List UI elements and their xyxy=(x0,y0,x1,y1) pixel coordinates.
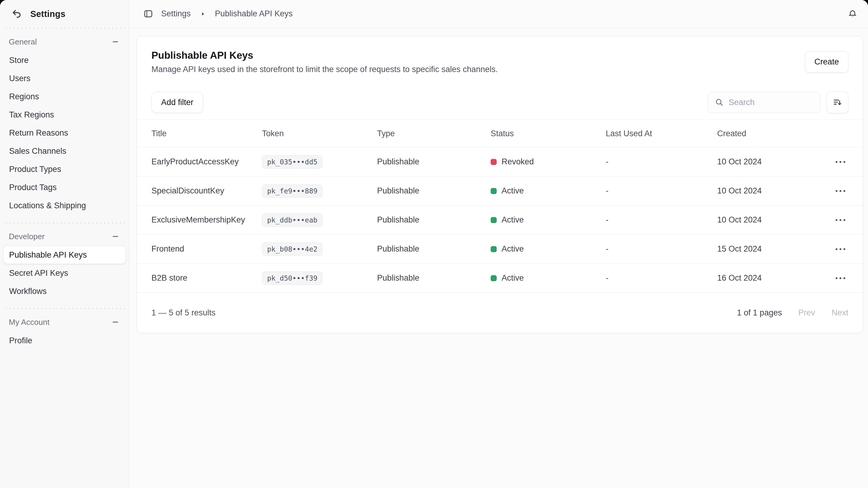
ellipsis-icon xyxy=(836,219,845,221)
cell-title: EarlyProductAccessKey xyxy=(151,157,262,166)
main-area: Settings Publishable API Keys xyxy=(129,0,868,488)
column-header-last-used-at: Last Used At xyxy=(606,129,717,138)
search-box xyxy=(708,92,820,113)
sort-descending-icon xyxy=(833,97,842,107)
section-header-my-account: My Account xyxy=(0,313,129,331)
app-window: Settings General Store Users Regions Tax… xyxy=(0,0,868,488)
sidebar-section-my-account: My Account Profile xyxy=(0,309,129,358)
sidebar-title: Settings xyxy=(30,9,65,19)
collapse-minus-icon[interactable] xyxy=(112,319,119,325)
row-actions-button[interactable] xyxy=(833,187,848,195)
table-row[interactable]: EarlyProductAccessKey pk_035•••dd5 Publi… xyxy=(137,148,863,176)
section-header-developer: Developer xyxy=(0,227,129,246)
toolbar-right-group xyxy=(708,91,848,113)
sidebar-item-product-types[interactable]: Product Types xyxy=(3,160,126,178)
cell-created: 10 Oct 2024 xyxy=(717,186,819,196)
cell-type: Publishable xyxy=(377,273,491,283)
sidebar-item-store[interactable]: Store xyxy=(3,51,126,69)
cell-type: Publishable xyxy=(377,157,491,166)
cell-status: Active xyxy=(491,273,606,283)
sidebar-item-regions[interactable]: Regions xyxy=(3,88,126,106)
collapse-minus-icon[interactable] xyxy=(112,38,119,45)
breadcrumb-current: Publishable API Keys xyxy=(215,9,293,19)
sort-button[interactable] xyxy=(827,91,848,113)
cell-actions xyxy=(819,187,848,195)
cell-title: SpecialDiscountKey xyxy=(151,186,262,196)
row-actions-button[interactable] xyxy=(833,158,848,166)
column-header-type: Type xyxy=(377,129,491,138)
sidebar-item-return-reasons[interactable]: Return Reasons xyxy=(3,124,126,142)
ellipsis-icon xyxy=(836,248,845,250)
prev-page-button[interactable]: Prev xyxy=(798,308,815,318)
breadcrumb-settings[interactable]: Settings xyxy=(161,9,191,19)
cell-actions xyxy=(819,216,848,224)
status-dot xyxy=(491,217,497,223)
notifications-button[interactable] xyxy=(847,9,858,19)
status-dot xyxy=(491,188,497,194)
cell-last-used: - xyxy=(606,157,717,166)
cell-status: Active xyxy=(491,244,606,254)
cell-last-used: - xyxy=(606,215,717,225)
cell-actions xyxy=(819,158,848,166)
table-row[interactable]: Frontend pk_b08•••4e2 Publishable Active… xyxy=(137,235,863,264)
column-header-token: Token xyxy=(262,129,377,138)
sidebar-item-publishable-api-keys[interactable]: Publishable API Keys xyxy=(3,246,126,264)
bell-icon xyxy=(847,9,858,19)
results-count: 1 — 5 of 5 results xyxy=(151,308,216,318)
cell-title: Frontend xyxy=(151,244,262,254)
section-label: My Account xyxy=(9,318,50,327)
token-badge: pk_b08•••4e2 xyxy=(262,242,322,256)
sidebar-item-users[interactable]: Users xyxy=(3,69,126,88)
page-content: Publishable API Keys Manage API keys use… xyxy=(129,28,868,488)
back-button[interactable] xyxy=(11,9,22,19)
status-label: Revoked xyxy=(501,157,534,166)
cell-last-used: - xyxy=(606,273,717,283)
cell-actions xyxy=(819,245,848,253)
table-toolbar: Add filter xyxy=(137,85,863,120)
add-filter-button[interactable]: Add filter xyxy=(151,92,203,113)
sidebar-section-developer: Developer Publishable API Keys Secret AP… xyxy=(0,223,129,308)
status-label: Active xyxy=(501,186,524,196)
table-header-row: Title Token Type Status Last Used At Cre… xyxy=(137,120,863,148)
page-indicator: 1 of 1 pages xyxy=(737,308,782,318)
sidebar-item-product-tags[interactable]: Product Tags xyxy=(3,178,126,196)
collapse-minus-icon[interactable] xyxy=(112,233,119,240)
status-label: Active xyxy=(501,273,524,283)
sidebar-item-profile[interactable]: Profile xyxy=(3,331,126,350)
breadcrumb: Settings Publishable API Keys xyxy=(143,9,292,19)
panel-left-icon xyxy=(143,9,153,19)
sidebar-item-locations-shipping[interactable]: Locations & Shipping xyxy=(3,196,126,215)
row-actions-button[interactable] xyxy=(833,274,848,282)
cell-token: pk_035•••dd5 xyxy=(262,155,377,169)
column-header-title: Title xyxy=(151,129,262,138)
cell-created: 10 Oct 2024 xyxy=(717,215,819,225)
row-actions-button[interactable] xyxy=(833,216,848,224)
cell-token: pk_ddb•••eab xyxy=(262,214,377,227)
cell-created: 10 Oct 2024 xyxy=(717,157,819,166)
cell-status: Active xyxy=(491,186,606,196)
sidebar-toggle-button[interactable] xyxy=(143,9,153,19)
table-row[interactable]: ExclusiveMembershipKey pk_ddb•••eab Publ… xyxy=(137,205,863,235)
section-label: General xyxy=(9,37,37,46)
cell-last-used: - xyxy=(606,244,717,254)
page-subtitle: Manage API keys used in the storefront t… xyxy=(151,65,498,74)
cell-status: Active xyxy=(491,215,606,225)
row-actions-button[interactable] xyxy=(833,245,848,253)
table-row[interactable]: B2B store pk_d50•••f39 Publishable Activ… xyxy=(137,264,863,293)
sidebar-item-tax-regions[interactable]: Tax Regions xyxy=(3,106,126,124)
sidebar-item-workflows[interactable]: Workflows xyxy=(3,282,126,300)
ellipsis-icon xyxy=(836,277,845,279)
status-dot xyxy=(491,275,497,281)
sidebar-item-sales-channels[interactable]: Sales Channels xyxy=(3,142,126,160)
column-header-status: Status xyxy=(491,129,606,138)
search-input[interactable] xyxy=(729,98,813,107)
cell-token: pk_b08•••4e2 xyxy=(262,242,377,256)
cell-type: Publishable xyxy=(377,215,491,225)
cell-token: pk_d50•••f39 xyxy=(262,271,377,285)
topbar: Settings Publishable API Keys xyxy=(129,0,868,28)
table-row[interactable]: SpecialDiscountKey pk_fe9•••889 Publisha… xyxy=(137,176,863,205)
next-page-button[interactable]: Next xyxy=(831,308,848,318)
create-button[interactable]: Create xyxy=(805,51,848,73)
status-dot xyxy=(491,246,497,252)
sidebar-item-secret-api-keys[interactable]: Secret API Keys xyxy=(3,264,126,282)
